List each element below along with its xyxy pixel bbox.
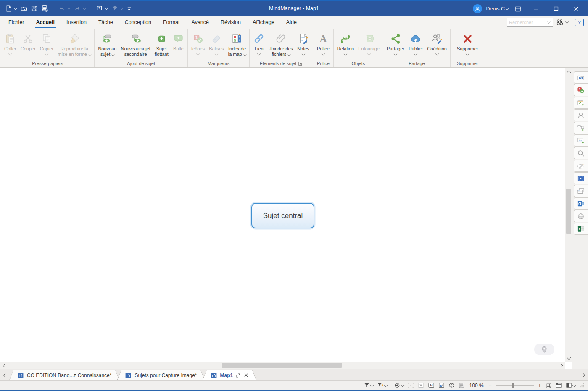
format-painter-button[interactable]: Reproduire la mise en forme [55, 30, 93, 58]
avatar[interactable] [473, 4, 482, 13]
scroll-right-arrow[interactable] [558, 362, 564, 369]
zoom-slider[interactable] [496, 383, 534, 388]
close-button[interactable] [567, 1, 585, 17]
relationship-button[interactable]: Relation [335, 30, 356, 55]
resize-grip[interactable] [580, 383, 585, 388]
sidebar-item-marker-icons[interactable]: 1 [574, 84, 588, 96]
zoom-out-button[interactable]: − [488, 383, 492, 388]
search-input[interactable] [507, 20, 547, 25]
floating-topic-button[interactable]: Sujet flottant [153, 30, 171, 58]
help-box-button[interactable]: ? [96, 5, 108, 12]
vertical-scrollbar[interactable] [565, 68, 572, 362]
sidebar-item-map-parts[interactable] [574, 122, 588, 134]
sidebar-item-focus[interactable] [574, 172, 588, 184]
sidebar-item-excel[interactable]: X [574, 223, 588, 235]
map-index-button[interactable]: Index de la map [226, 30, 248, 58]
map-canvas[interactable]: Sujet central [0, 68, 572, 369]
sidebar-item-outlook[interactable] [574, 197, 588, 210]
sidebar-item-task-info[interactable] [574, 97, 588, 109]
tab-revision[interactable]: Révision [215, 16, 247, 29]
search-combobox[interactable] [507, 18, 553, 27]
paste-button[interactable]: Coller [2, 30, 18, 55]
sidebar-item-file-manager[interactable] [574, 185, 588, 197]
sidebar-item-capture[interactable] [574, 160, 588, 172]
zoom-slider-thumb[interactable] [512, 383, 514, 388]
tab-tache[interactable]: Tâche [92, 16, 119, 29]
scroll-left-arrow[interactable] [1, 362, 8, 369]
contrast-view-button[interactable] [566, 382, 575, 388]
scroll-up-arrow[interactable] [565, 68, 572, 75]
share-button[interactable]: Partager [385, 30, 406, 55]
locate-pill[interactable] [534, 344, 554, 355]
outline-view-button[interactable] [418, 382, 424, 388]
publish-button[interactable]: Publier [406, 30, 425, 55]
delete-button[interactable]: Supprimer [452, 30, 483, 55]
doc-tab-active[interactable]: Map1 [203, 370, 257, 380]
tab-format[interactable]: Format [157, 16, 186, 29]
restore-tab-icon[interactable] [236, 373, 241, 378]
find-button[interactable] [556, 18, 569, 26]
horizontal-scrollbar-thumb[interactable] [222, 363, 342, 368]
icons-button[interactable]: 1 Icônes [189, 30, 207, 55]
boundary-button[interactable]: Entourage [356, 30, 382, 55]
help-button[interactable]: ? [575, 19, 584, 26]
vertical-scrollbar-thumb[interactable] [566, 189, 571, 234]
dialog-launcher-icon[interactable] [298, 61, 303, 66]
ribbon-display-options-button[interactable] [511, 1, 525, 17]
tab-conception[interactable]: Conception [119, 16, 157, 29]
sidebar-item-resources[interactable] [574, 109, 588, 121]
horizontal-scrollbar[interactable] [0, 362, 565, 369]
redo-button[interactable] [74, 5, 86, 12]
new-topic-button[interactable]: Nouveau sujet [96, 30, 119, 58]
chevron-down-icon[interactable] [547, 20, 551, 24]
tab-aide[interactable]: Aide [280, 16, 303, 29]
cut-button[interactable]: Couper [18, 30, 38, 52]
doc-tabs-scroll-right[interactable] [579, 370, 588, 380]
notes-list-button[interactable] [459, 382, 465, 388]
zoom-in-button[interactable]: + [538, 383, 541, 388]
power-filter-button[interactable] [377, 382, 387, 388]
tab-insertion[interactable]: Insertion [61, 16, 92, 29]
sidebar-item-web[interactable] [574, 210, 588, 222]
doc-tabs-scroll-left[interactable] [0, 370, 9, 380]
maximize-button[interactable] [547, 1, 565, 17]
print-button[interactable] [41, 5, 48, 12]
new-subtopic-button[interactable]: Nouveau sujet secondaire [119, 30, 152, 58]
tab-affichage[interactable]: Affichage [247, 16, 280, 29]
tab-avance[interactable]: Avancé [186, 16, 215, 29]
customize-qat-button[interactable] [127, 6, 132, 11]
sidebar-item-map-document[interactable] [574, 71, 588, 84]
sidebar-item-search[interactable] [574, 147, 588, 159]
account-menu[interactable]: Denis C [486, 6, 509, 12]
doc-tab[interactable]: Sujets pour Capture Image* [117, 370, 205, 380]
coediting-button[interactable]: Coédition [425, 30, 448, 55]
tags-view-button[interactable] [438, 382, 445, 388]
tags-button[interactable]: Balises [207, 30, 226, 55]
filter-button[interactable] [364, 382, 373, 388]
save-button[interactable] [31, 5, 38, 12]
central-topic[interactable]: Sujet central [251, 203, 314, 228]
open-button[interactable] [20, 5, 28, 12]
close-tab-icon[interactable] [244, 373, 248, 378]
link-button[interactable]: Lien [251, 30, 267, 55]
new-document-button[interactable] [5, 5, 17, 12]
copy-button[interactable]: Copier [38, 30, 55, 55]
undo-button[interactable] [58, 5, 71, 12]
font-button[interactable]: A Police [315, 30, 332, 55]
panel-layout-button[interactable] [555, 382, 562, 388]
doc-tab[interactable]: CO EDITION Banq...z Connaissance* [9, 370, 119, 380]
notes-button[interactable]: Notes [295, 30, 311, 55]
circle-add-button[interactable] [394, 382, 404, 388]
attachments-view-button[interactable] [448, 382, 455, 388]
pen-input-button[interactable] [111, 5, 124, 12]
sidebar-item-image-library[interactable] [574, 134, 588, 147]
schedule-view-button[interactable]: 24 [428, 382, 435, 388]
grid-select-button[interactable] [408, 382, 414, 388]
minimize-button[interactable] [527, 1, 545, 17]
fit-map-button[interactable] [545, 382, 551, 388]
tab-accueil[interactable]: Accueil [30, 16, 61, 29]
attach-files-button[interactable]: Joindre des fichiers [267, 30, 295, 58]
scroll-down-arrow[interactable] [565, 354, 572, 361]
tab-fichier[interactable]: Fichier [3, 16, 30, 29]
callout-button[interactable]: Bulle [171, 30, 186, 52]
